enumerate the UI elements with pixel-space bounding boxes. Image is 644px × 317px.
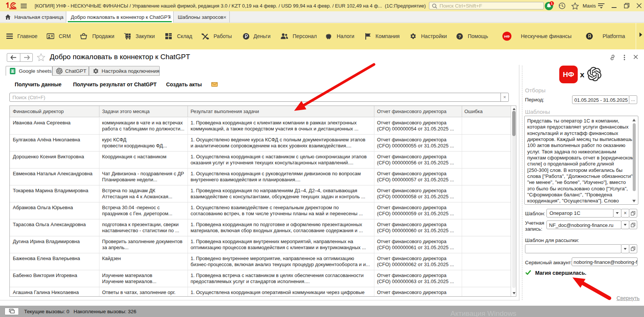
- svg-text:?: ?: [458, 34, 461, 38]
- svg-text:1: 1: [551, 2, 552, 5]
- svg-text:НФ: НФ: [504, 34, 510, 38]
